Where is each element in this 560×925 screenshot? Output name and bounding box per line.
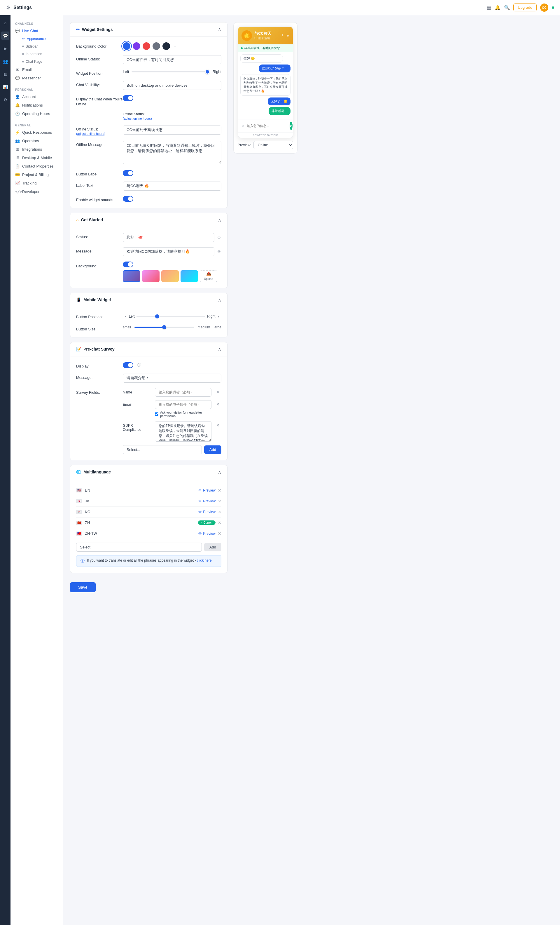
lang-remove-zh-tw[interactable]: ✕ [218, 531, 221, 536]
lang-remove-ko[interactable]: ✕ [218, 510, 221, 514]
position-track[interactable] [132, 71, 210, 72]
get-started-collapse[interactable]: ∧ [218, 217, 221, 223]
survey-message-input[interactable] [123, 374, 221, 383]
save-button[interactable]: Save [70, 582, 96, 592]
survey-field-select[interactable]: Select... [123, 445, 202, 454]
gs-background-toggle[interactable] [123, 262, 133, 267]
button-label-toggle[interactable] [123, 170, 133, 176]
sidebar-item-contact-properties[interactable]: 📋 Contact Properties [11, 162, 63, 170]
bg-thumb-1[interactable] [123, 270, 140, 282]
survey-add-button[interactable]: Add [204, 446, 221, 454]
survey-field-gdpr-textarea[interactable]: 您的IP将被记录。请确认后勾选以继续，未能及时回覆的消息，请关注您的邮箱哦（在继… [155, 421, 212, 441]
sidebar-item-integrations[interactable]: ▦ Integrations [11, 145, 63, 154]
upload-button[interactable]: 📤 Upload [200, 270, 217, 282]
click-here-link[interactable]: click here [197, 558, 212, 562]
emoji-picker-message-icon[interactable]: ☺ [217, 249, 221, 254]
sidebar-item-account[interactable]: 👤 Account [11, 92, 63, 101]
lang-remove-ja[interactable]: ✕ [218, 499, 221, 503]
label-text-input[interactable] [123, 182, 221, 191]
widget-sounds-toggle[interactable] [123, 196, 133, 202]
widget-close-icon[interactable]: ∨ [287, 33, 289, 38]
upgrade-button[interactable]: Upgrade [513, 3, 537, 11]
notification-icon[interactable]: 🔔 [495, 5, 500, 10]
bg-thumb-3[interactable] [161, 270, 179, 282]
sidebar-item-developer[interactable]: </> Developer [11, 187, 63, 196]
sidebar-icon-chat[interactable]: 💬 [1, 32, 9, 40]
pos-track[interactable] [137, 316, 206, 317]
sidebar-icon-users[interactable]: 👥 [1, 57, 9, 65]
survey-field-gdpr-remove[interactable]: ✕ [215, 421, 221, 429]
more-colors-button[interactable]: ··· [173, 44, 176, 49]
lang-preview-zh-tw[interactable]: 👁 Preview [198, 532, 216, 536]
prechat-survey-collapse[interactable]: ∧ [218, 346, 221, 352]
multilanguage-collapse[interactable]: ∧ [218, 469, 221, 475]
send-button[interactable]: ➤ [290, 122, 293, 130]
gs-message-input[interactable] [123, 247, 215, 256]
bg-thumb-4[interactable] [180, 270, 198, 282]
online-status-input[interactable] [123, 55, 221, 64]
pos-thumb[interactable] [155, 314, 159, 318]
color-swatch-gray[interactable] [153, 42, 160, 50]
gs-status-input[interactable] [123, 233, 215, 242]
emoji-picker-status-icon[interactable]: ☺ [217, 235, 221, 240]
mobile-widget-collapse[interactable]: ∧ [218, 297, 221, 303]
sidebar-item-operators[interactable]: 👥 Operators [11, 137, 63, 145]
display-chat-toggle[interactable] [123, 95, 133, 101]
sidebar-sub-item-chat-page[interactable]: Chat Page [11, 58, 63, 65]
sidebar-item-live-chat[interactable]: 💬 Live Chat [11, 27, 63, 35]
sidebar-item-tracking[interactable]: 📈 Tracking [11, 179, 63, 187]
sidebar-sub-item-sidebar[interactable]: Sidebar [11, 43, 63, 50]
lang-remove-en[interactable]: ✕ [218, 488, 221, 493]
survey-field-name-input[interactable] [155, 388, 212, 397]
widget-more-icon[interactable]: ⋮ [281, 33, 285, 38]
lang-preview-ko[interactable]: 👁 Preview [198, 510, 216, 514]
slider-thumb[interactable] [162, 325, 166, 329]
widget-settings-collapse[interactable]: ∧ [218, 27, 221, 32]
survey-field-email-input[interactable] [155, 400, 212, 409]
preview-online-select[interactable]: Online Offline [254, 141, 293, 149]
sidebar-icon-chart[interactable]: 📊 [1, 83, 9, 91]
color-swatch-blue[interactable] [123, 42, 131, 50]
bg-thumb-2[interactable] [142, 270, 159, 282]
language-select[interactable]: Select... [76, 542, 202, 552]
sidebar-item-quick-responses[interactable]: ⚡ Quick Responses [11, 128, 63, 137]
sidebar-icon-home[interactable]: ⌂ [1, 19, 9, 27]
chat-input[interactable] [247, 124, 287, 128]
sidebar-item-messenger[interactable]: 💬 Messenger [11, 74, 63, 82]
sidebar-sub-item-integration[interactable]: Integration [11, 50, 63, 58]
color-swatch-purple[interactable] [133, 42, 140, 50]
lang-remove-zh[interactable]: ✕ [218, 520, 221, 525]
offline-message-textarea[interactable]: CC目前无法及时回复，当我看到通知上线时，我会回复您，请提供您的邮箱地址，这样我… [123, 141, 221, 164]
newsletter-checkbox[interactable] [155, 413, 158, 416]
grid-icon[interactable]: ▦ [487, 5, 491, 10]
survey-field-name-remove[interactable]: ✕ [215, 388, 221, 396]
chat-visibility-select[interactable]: Both on desktop and mobile devices [123, 81, 221, 90]
survey-display-toggle[interactable] [123, 362, 133, 368]
offline-status-input[interactable] [123, 125, 221, 134]
sidebar-sub-item-appearance[interactable]: ✏ Appearance [11, 35, 63, 43]
sidebar-icon-play[interactable]: ▶ [1, 44, 9, 53]
position-thumb[interactable] [205, 69, 210, 74]
search-icon[interactable]: 🔍 [504, 5, 510, 10]
color-swatch-red[interactable] [143, 42, 150, 50]
sidebar-item-notifications[interactable]: 🔔 Notifications [11, 101, 63, 110]
lang-preview-en[interactable]: 👁 Preview [198, 488, 216, 493]
pos-left-arrow[interactable]: ‹ [123, 313, 129, 320]
language-add-button[interactable]: Add [204, 543, 221, 551]
survey-display-info-icon[interactable]: ⓘ [137, 363, 141, 368]
lang-row-zh-tw: 🇹🇼 ZH-TW 👁 Preview ✕ [76, 528, 221, 539]
sidebar-item-operating-hours[interactable]: 🕐 Operating Hours [11, 110, 63, 118]
pos-right-arrow[interactable]: › [215, 313, 221, 320]
adjust-link-text[interactable]: (adjust online hours) [76, 132, 123, 136]
color-swatch-dark[interactable] [162, 42, 170, 50]
survey-field-email-remove[interactable]: ✕ [215, 400, 221, 408]
sidebar-icon-settings[interactable]: ⚙ [1, 96, 9, 104]
sidebar-item-desktop-mobile[interactable]: 🖥 Desktop & Mobile [11, 154, 63, 162]
adjust-online-hours-link[interactable]: (adjust online hours) [123, 117, 221, 120]
sidebar-icon-grid[interactable]: ▦ [1, 70, 9, 78]
size-slider-track[interactable] [134, 327, 194, 328]
lang-preview-ja[interactable]: 👁 Preview [198, 499, 216, 503]
sidebar-item-project-billing[interactable]: 💳 Project & Billing [11, 170, 63, 179]
sidebar-item-email[interactable]: ✉ Email [11, 65, 63, 74]
emoji-icon[interactable]: ☺ [241, 124, 245, 128]
